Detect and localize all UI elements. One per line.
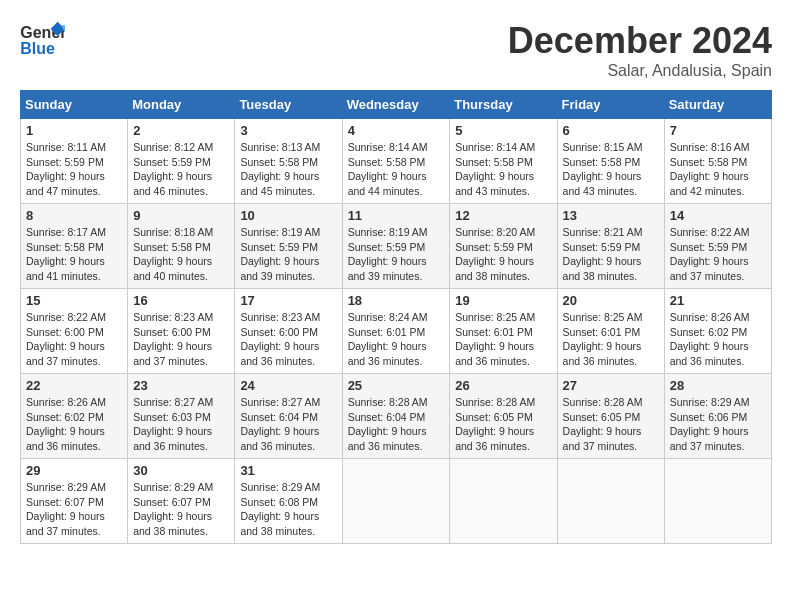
day-25: 25 Sunrise: 8:28 AMSunset: 6:04 PMDaylig… [342, 374, 450, 459]
calendar-table: Sunday Monday Tuesday Wednesday Thursday… [20, 90, 772, 544]
day-2: 2 Sunrise: 8:12 AMSunset: 5:59 PMDayligh… [128, 119, 235, 204]
header-thursday: Thursday [450, 91, 557, 119]
header-wednesday: Wednesday [342, 91, 450, 119]
day-21: 21 Sunrise: 8:26 AMSunset: 6:02 PMDaylig… [664, 289, 771, 374]
day-12: 12 Sunrise: 8:20 AMSunset: 5:59 PMDaylig… [450, 204, 557, 289]
day-1: 1 Sunrise: 8:11 AMSunset: 5:59 PMDayligh… [21, 119, 128, 204]
day-29: 29 Sunrise: 8:29 AMSunset: 6:07 PMDaylig… [21, 459, 128, 544]
day-10: 10 Sunrise: 8:19 AMSunset: 5:59 PMDaylig… [235, 204, 342, 289]
day-8: 8 Sunrise: 8:17 AMSunset: 5:58 PMDayligh… [21, 204, 128, 289]
header-sunday: Sunday [21, 91, 128, 119]
header-friday: Friday [557, 91, 664, 119]
header-monday: Monday [128, 91, 235, 119]
day-24: 24 Sunrise: 8:27 AMSunset: 6:04 PMDaylig… [235, 374, 342, 459]
day-27: 27 Sunrise: 8:28 AMSunset: 6:05 PMDaylig… [557, 374, 664, 459]
title-section: December 2024 Salar, Andalusia, Spain [508, 20, 772, 80]
day-7: 7 Sunrise: 8:16 AMSunset: 5:58 PMDayligh… [664, 119, 771, 204]
day-9: 9 Sunrise: 8:18 AMSunset: 5:58 PMDayligh… [128, 204, 235, 289]
empty-cell-3 [557, 459, 664, 544]
day-3: 3 Sunrise: 8:13 AMSunset: 5:58 PMDayligh… [235, 119, 342, 204]
location-title: Salar, Andalusia, Spain [508, 62, 772, 80]
calendar-week-5: 29 Sunrise: 8:29 AMSunset: 6:07 PMDaylig… [21, 459, 772, 544]
header-saturday: Saturday [664, 91, 771, 119]
day-11: 11 Sunrise: 8:19 AMSunset: 5:59 PMDaylig… [342, 204, 450, 289]
day-31: 31 Sunrise: 8:29 AMSunset: 6:08 PMDaylig… [235, 459, 342, 544]
day-20: 20 Sunrise: 8:25 AMSunset: 6:01 PMDaylig… [557, 289, 664, 374]
day-30: 30 Sunrise: 8:29 AMSunset: 6:07 PMDaylig… [128, 459, 235, 544]
day-16: 16 Sunrise: 8:23 AMSunset: 6:00 PMDaylig… [128, 289, 235, 374]
day-13: 13 Sunrise: 8:21 AMSunset: 5:59 PMDaylig… [557, 204, 664, 289]
empty-cell-2 [450, 459, 557, 544]
day-19: 19 Sunrise: 8:25 AMSunset: 6:01 PMDaylig… [450, 289, 557, 374]
day-17: 17 Sunrise: 8:23 AMSunset: 6:00 PMDaylig… [235, 289, 342, 374]
logo-icon: General Blue [20, 20, 65, 60]
day-15: 15 Sunrise: 8:22 AMSunset: 6:00 PMDaylig… [21, 289, 128, 374]
svg-text:Blue: Blue [20, 40, 55, 57]
month-title: December 2024 [508, 20, 772, 62]
logo: General Blue [20, 20, 65, 60]
empty-cell-1 [342, 459, 450, 544]
day-22: 22 Sunrise: 8:26 AMSunset: 6:02 PMDaylig… [21, 374, 128, 459]
day-6: 6 Sunrise: 8:15 AMSunset: 5:58 PMDayligh… [557, 119, 664, 204]
calendar-week-4: 22 Sunrise: 8:26 AMSunset: 6:02 PMDaylig… [21, 374, 772, 459]
header-tuesday: Tuesday [235, 91, 342, 119]
day-5: 5 Sunrise: 8:14 AMSunset: 5:58 PMDayligh… [450, 119, 557, 204]
calendar-week-2: 8 Sunrise: 8:17 AMSunset: 5:58 PMDayligh… [21, 204, 772, 289]
calendar-week-1: 1 Sunrise: 8:11 AMSunset: 5:59 PMDayligh… [21, 119, 772, 204]
empty-cell-4 [664, 459, 771, 544]
day-23: 23 Sunrise: 8:27 AMSunset: 6:03 PMDaylig… [128, 374, 235, 459]
day-28: 28 Sunrise: 8:29 AMSunset: 6:06 PMDaylig… [664, 374, 771, 459]
calendar-week-3: 15 Sunrise: 8:22 AMSunset: 6:00 PMDaylig… [21, 289, 772, 374]
calendar-header-row: Sunday Monday Tuesday Wednesday Thursday… [21, 91, 772, 119]
day-18: 18 Sunrise: 8:24 AMSunset: 6:01 PMDaylig… [342, 289, 450, 374]
day-26: 26 Sunrise: 8:28 AMSunset: 6:05 PMDaylig… [450, 374, 557, 459]
page-header: General Blue December 2024 Salar, Andalu… [20, 20, 772, 80]
day-4: 4 Sunrise: 8:14 AMSunset: 5:58 PMDayligh… [342, 119, 450, 204]
day-14: 14 Sunrise: 8:22 AMSunset: 5:59 PMDaylig… [664, 204, 771, 289]
